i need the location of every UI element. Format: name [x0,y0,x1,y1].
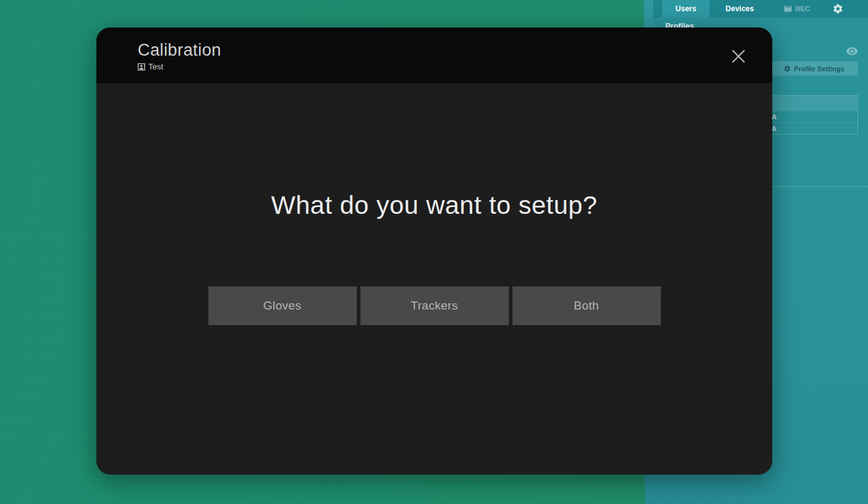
tab-devices[interactable]: Devices [710,0,770,18]
trackers-button[interactable]: Trackers [360,286,509,325]
gear-icon [784,65,791,73]
table-row[interactable]: A [765,111,857,123]
tab-users[interactable]: Users [662,0,710,18]
table-row-label: A [772,125,777,133]
visibility-toggle[interactable] [845,46,859,56]
both-button[interactable]: Both [513,286,661,325]
close-button[interactable] [730,48,747,64]
close-icon [730,48,747,64]
table-row-label: A [772,113,777,121]
settings-gear-button[interactable] [832,3,844,14]
calibration-dialog: Calibration Test What do you want to set… [96,28,772,475]
user-badge-icon [138,63,145,71]
eye-icon [845,46,859,56]
profile-indicator: Test [138,62,772,71]
dialog-body: What do you want to setup? Gloves Tracke… [96,83,772,475]
profile-name: Test [148,62,163,71]
tab-users-label: Users [675,4,696,13]
profile-settings-label: Profile Settings [794,65,845,73]
profile-settings-button[interactable]: Profile Settings [770,61,858,76]
gloves-button[interactable]: Gloves [208,286,357,325]
profiles-table: A A [765,95,858,134]
profiles-table-header [765,96,857,111]
dialog-header: Calibration Test [96,28,772,83]
rec-button[interactable]: REC [784,0,810,18]
gear-icon [832,3,844,14]
table-row[interactable]: A [765,123,857,134]
clapperboard-icon [784,4,792,13]
setup-options: Gloves Trackers Both [96,286,772,325]
dialog-title: Calibration [138,40,772,60]
setup-question: What do you want to setup? [96,191,772,220]
tab-devices-label: Devices [725,4,753,13]
rec-label: REC [795,5,810,13]
